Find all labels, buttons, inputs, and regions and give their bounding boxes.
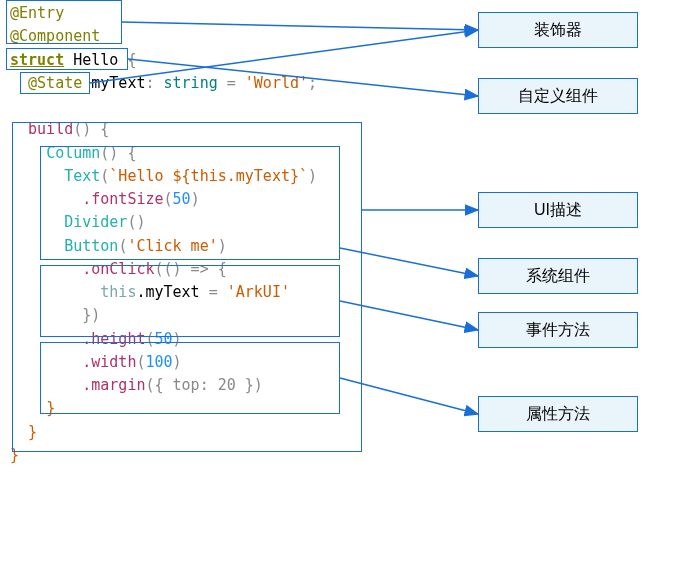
box-column — [40, 146, 340, 260]
label-decorator: 装饰器 — [478, 12, 638, 48]
box-state — [20, 72, 90, 94]
box-attrs — [40, 342, 340, 414]
box-onclick — [40, 265, 340, 337]
box-decorators — [6, 0, 122, 44]
label-sys-component: 系统组件 — [478, 258, 638, 294]
box-struct — [6, 48, 128, 70]
label-event-method: 事件方法 — [478, 312, 638, 348]
label-attr-method: 属性方法 — [478, 396, 638, 432]
label-ui-desc: UI描述 — [478, 192, 638, 228]
label-custom-component: 自定义组件 — [478, 78, 638, 114]
